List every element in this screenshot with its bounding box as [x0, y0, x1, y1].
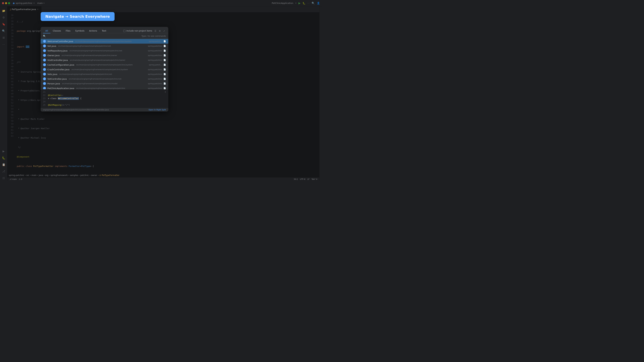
expand-icon-button[interactable]: ⤢	[162, 29, 166, 33]
result-icon-0: C	[43, 40, 46, 43]
result-path-3: src/main/java/org/springframework/sample…	[62, 54, 147, 56]
preview-line-22: 22 @Controller⊙~	[43, 94, 166, 97]
result-file-icon-8: 📄	[164, 78, 166, 80]
open-right-split-button[interactable]: Open In Right Split	[149, 109, 166, 111]
search-footer: org/springframework/samples/petclinic/sy…	[41, 108, 168, 112]
result-icon-2: C	[43, 49, 46, 52]
result-file-icon-3: 📄	[164, 54, 166, 56]
result-file-icon-7: 📄	[164, 73, 166, 75]
result-item-1[interactable]: C Vet.java src/main/java/org/springframe…	[41, 44, 168, 48]
result-item-5[interactable]: C CacheConfiguration.java src/main/java/…	[41, 62, 168, 67]
result-item-7[interactable]: C Vets.java src/main/java/org/springfram…	[41, 72, 168, 76]
result-item-9[interactable]: C Person.java src/main/java/org/springfr…	[41, 81, 168, 86]
search-input[interactable]	[47, 35, 142, 37]
search-hint: Type / to see commands	[142, 35, 166, 37]
result-name-6: CrashController.java	[47, 68, 70, 71]
preview-line-25: 25 @GetMapping(⊙~"/")	[43, 104, 166, 107]
result-file-icon-2: 📄	[164, 49, 166, 52]
result-path-7: src/main/java/org/springframework/sample…	[59, 73, 146, 75]
result-name-3: Owner.java	[47, 54, 60, 57]
result-name-7: Vets.java	[47, 73, 57, 75]
result-icon-4: C	[43, 58, 46, 62]
result-item-6[interactable]: C CrashController.java src/main/java/org…	[41, 67, 168, 72]
result-name-10: PetClinicApplication.java	[47, 87, 74, 89]
result-name-4: VisitController.java	[47, 59, 68, 61]
result-path-0: src/main/java/org/springframework/sample…	[75, 40, 148, 42]
result-name-0: WelcomeController.java	[47, 40, 73, 43]
result-project-3: spring-petclinic	[148, 54, 162, 56]
result-name-1: Vet.java	[47, 45, 56, 47]
result-project-0: spring-petcli...	[149, 40, 162, 42]
preview-header: 21 ×	[43, 91, 166, 93]
result-item-8[interactable]: C VetController.java src/main/java/org/s…	[41, 76, 168, 81]
include-non-project-option[interactable]: Include non-project items	[123, 30, 152, 32]
result-file-icon-6: 📄	[164, 68, 166, 71]
result-item-2[interactable]: C VetRepository.java src/main/java/org/s…	[41, 48, 168, 53]
search-tab-symbols[interactable]: Symbols	[73, 28, 87, 33]
result-item-3[interactable]: C Owner.java src/main/java/org/springfra…	[41, 53, 168, 58]
result-item-0[interactable]: C WelcomeController.java src/main/java/o…	[41, 39, 168, 44]
result-project-5: spring-petcli...	[149, 64, 162, 66]
preview-line-23: 23 ⊙ class WelcomeController {	[43, 97, 166, 100]
search-tab-classes[interactable]: Classes	[50, 28, 63, 33]
result-icon-1: C	[43, 44, 46, 47]
filter-icon-button[interactable]: ⚙	[158, 29, 162, 33]
result-name-2: VetRepository.java	[47, 49, 68, 52]
preview-icon-button[interactable]: ☰	[154, 29, 157, 33]
result-path-1: src/main/java/org/springframework/sample…	[58, 45, 146, 47]
result-file-icon-5: 📄	[164, 64, 166, 66]
preview-line-24: 24	[43, 100, 166, 103]
result-icon-5: C	[43, 63, 46, 66]
result-item-10[interactable]: C PetClinicApplication.java src/main/jav…	[41, 86, 168, 89]
search-everywhere-modal: All Classes Files Symbols Actions Text I…	[41, 27, 168, 112]
result-file-icon-10: 📄	[164, 87, 166, 89]
result-name-9: Person.java	[47, 82, 60, 85]
result-file-icon-1: 📄	[164, 45, 166, 47]
result-name-8: VetController.java	[47, 78, 67, 80]
results-list: C WelcomeController.java src/main/java/o…	[41, 39, 168, 89]
result-project-1: spring-petclinic	[148, 45, 162, 47]
search-input-icon: 🔍	[43, 35, 46, 37]
search-modal-tabs: All Classes Files Symbols Actions Text I…	[41, 27, 168, 33]
result-file-icon-4: 📄	[164, 59, 166, 61]
search-tab-text[interactable]: Text	[100, 28, 108, 33]
search-input-row: 🔍 Type / to see commands	[41, 33, 168, 39]
result-path-10: src/main/java/org/springframework/sample…	[76, 87, 147, 89]
result-project-9: spring-petclinic	[148, 83, 162, 85]
result-project-2: spring-petclinic	[148, 50, 162, 52]
navigate-tooltip: Navigate → Search Everywhere	[41, 12, 114, 21]
result-path-4: src/main/java/org/springframework/sample…	[70, 59, 147, 61]
include-non-project-checkbox[interactable]	[123, 30, 126, 32]
result-project-6: spring-petclinic	[148, 68, 162, 71]
preview-pane: 21 × 22 @Controller⊙~ 23 ⊙ class Welcome…	[41, 89, 168, 108]
result-path-6: src/main/java/org/springframework/sample…	[72, 68, 147, 71]
result-path-5: src/main/java/org/springframework/sample…	[76, 64, 148, 66]
result-project-4: spring-petclinic	[148, 59, 162, 61]
result-name-5: CacheConfiguration.java	[47, 64, 74, 66]
result-path-9: src/main/java/org/springframework/sample…	[62, 83, 146, 85]
result-icon-8: C	[43, 77, 46, 80]
result-path-8: src/main/java/org/springframework/sample…	[69, 78, 146, 80]
footer-path-text: org/springframework/samples/petclinic/sy…	[43, 109, 109, 111]
result-icon-7: C	[43, 73, 46, 76]
search-tab-files[interactable]: Files	[63, 28, 73, 33]
result-file-icon-9: 📄	[164, 82, 166, 85]
result-icon-9: C	[43, 82, 46, 85]
result-path-2: src/main/java/org/springframework/sample…	[70, 50, 147, 52]
result-item-4[interactable]: C VisitController.java src/main/java/org…	[41, 58, 168, 62]
result-project-8: spring-petclinic	[148, 78, 162, 80]
result-icon-10: C	[43, 87, 46, 89]
include-non-project-label: Include non-project items	[126, 30, 152, 32]
result-project-7: spring-petclinic	[148, 73, 162, 75]
preview-close-button[interactable]: ×	[165, 91, 166, 93]
search-tab-actions[interactable]: Actions	[87, 28, 100, 33]
result-file-icon-0: 📄	[164, 40, 166, 42]
result-icon-6: C	[43, 68, 46, 71]
tab-icons: ☰ ⚙ ⤢	[154, 29, 166, 33]
result-icon-3: C	[43, 54, 46, 57]
search-tab-all[interactable]: All	[43, 28, 50, 33]
result-project-10: spring-petclinic	[148, 87, 162, 89]
